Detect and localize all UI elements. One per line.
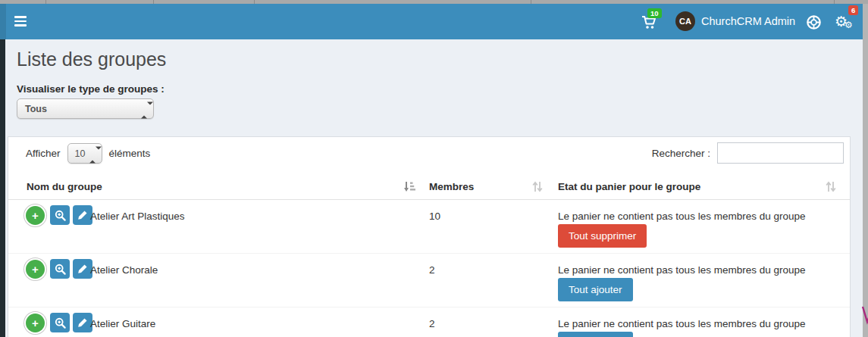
sort-asc-icon[interactable]: [403, 181, 415, 195]
window-top-edge: [0, 0, 868, 4]
search-control: Rechercher :: [652, 142, 844, 164]
select-carets-icon: [89, 149, 96, 158]
page-length-value: 10: [75, 148, 86, 159]
collapsed-sidebar[interactable]: [0, 39, 5, 337]
cart-status-text: Le panier ne contient pas tous les membr…: [558, 264, 805, 276]
cart-count-badge[interactable]: 10: [647, 8, 662, 18]
add-group-to-cart-button[interactable]: +: [26, 260, 45, 279]
group-name[interactable]: Atelier Guitare: [90, 318, 155, 329]
navbar-logo-edge: [0, 4, 6, 39]
group-name[interactable]: Atelier Chorale: [90, 264, 158, 276]
view-group-button[interactable]: [50, 205, 70, 225]
cart-action-button[interactable]: Tout ajouter: [558, 332, 633, 337]
group-members-count: 2: [429, 264, 435, 276]
cart-status-text: Le panier ne contient pas tous les membr…: [558, 318, 805, 329]
row-actions: +: [26, 205, 92, 225]
add-group-to-cart-button[interactable]: +: [26, 206, 45, 225]
groups-panel: Afficher 10 éléments Rechercher : Nom du…: [8, 136, 851, 337]
zoom-in-icon: [55, 264, 66, 275]
group-type-filter-label: Visualiser le type de groupes :: [17, 83, 165, 95]
help-lifering-icon[interactable]: [806, 14, 822, 33]
sidebar-toggle-icon[interactable]: [14, 16, 27, 27]
add-group-to-cart-button[interactable]: +: [26, 314, 45, 332]
table-row: + Atelier Chorale 2 Le panier ne contien…: [8, 254, 850, 307]
search-input[interactable]: [717, 142, 844, 164]
settings-gears-icon[interactable]: ⚙⚙: [835, 13, 857, 33]
sort-both-icon[interactable]: [826, 181, 836, 195]
avatar[interactable]: CA: [675, 11, 695, 31]
group-name[interactable]: Atelier Art Plastiques: [90, 211, 185, 222]
table-row: + Atelier Art Plastiques 10 Le panier ne…: [8, 200, 850, 254]
select-carets-icon: [141, 105, 147, 113]
column-header-name[interactable]: Nom du groupe: [27, 181, 102, 192]
pencil-icon: [77, 264, 88, 274]
group-members-count: 2: [429, 318, 435, 329]
page-length-select[interactable]: 10: [67, 143, 102, 164]
table-body: + Atelier Art Plastiques 10 Le panier ne…: [8, 200, 850, 337]
window-right-edge: [863, 0, 868, 337]
settings-count-badge[interactable]: 6: [848, 5, 858, 15]
show-label: Afficher: [26, 148, 61, 159]
group-type-selected-value: Tous: [25, 104, 47, 114]
row-actions: +: [26, 259, 92, 279]
group-type-select[interactable]: Tous: [17, 98, 154, 119]
row-actions: +: [26, 313, 92, 332]
cart-status-text: Le panier ne contient pas tous les membr…: [558, 211, 805, 222]
desktop-artifact: [861, 305, 868, 337]
top-navbar: 10 CA ChurchCRM Admin ⚙⚙ 6: [0, 4, 868, 39]
user-name[interactable]: ChurchCRM Admin: [701, 15, 795, 27]
cart-action-button[interactable]: Tout supprimer: [558, 224, 647, 248]
sort-both-icon[interactable]: [532, 181, 543, 195]
view-group-button[interactable]: [50, 259, 70, 279]
zoom-in-icon: [55, 210, 66, 221]
pencil-icon: [77, 210, 88, 220]
column-header-cart-state[interactable]: Etat du panier pour le groupe: [558, 181, 700, 192]
search-label: Rechercher :: [652, 148, 710, 159]
view-group-button[interactable]: [50, 313, 70, 332]
pencil-icon: [77, 317, 88, 328]
page-length-control: Afficher 10 éléments: [26, 143, 150, 164]
zoom-in-icon: [55, 317, 66, 329]
cart-action-button[interactable]: Tout ajouter: [558, 278, 633, 301]
elements-label: éléments: [109, 148, 151, 159]
group-members-count: 10: [429, 211, 440, 222]
column-header-members[interactable]: Membres: [429, 181, 474, 192]
app-window: 10 CA ChurchCRM Admin ⚙⚙ 6 Liste des gro…: [0, 0, 868, 337]
table-row: + Atelier Guitare 2 Le panier ne contien…: [8, 307, 850, 337]
table-header: Nom du groupe Membres Etat du panier pou…: [8, 175, 850, 200]
page-title: Liste des groupes: [17, 48, 166, 70]
